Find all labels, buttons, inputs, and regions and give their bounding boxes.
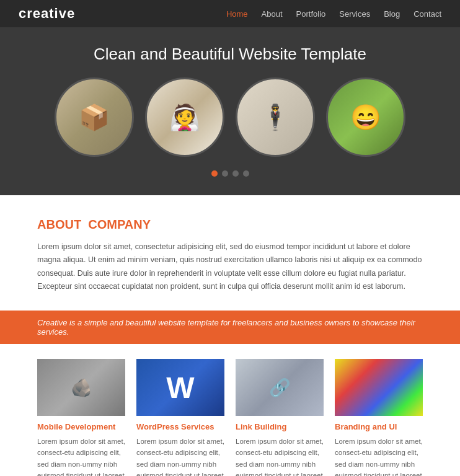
main-nav: HomeAboutPortfolioServicesBlogContact: [213, 9, 441, 19]
hero-circle-4: 😄: [326, 77, 405, 157]
service-body-3: Lorem ipsum dolor sit amet, consect-etu …: [236, 436, 324, 476]
service-body-1: Lorem ipsum dolor sit amet, consect-etu …: [37, 436, 125, 476]
about-body: Lorem ipsum dolor sit amet, consectetur …: [37, 240, 423, 293]
service-title-4: Branding and UI: [335, 422, 423, 431]
service-title-2: WordPress Services: [136, 422, 224, 431]
service-item-2: W WordPress Services Lorem ipsum dolor s…: [136, 359, 224, 476]
nav-link-services[interactable]: Services: [339, 9, 370, 19]
service-body-4: Lorem ipsum dolor sit amet, consect-etu …: [335, 436, 423, 476]
hero-circles: 📦 👰 🕴 😄: [12, 77, 448, 157]
service-image-1: 🪨: [37, 359, 125, 416]
service-body-2: Lorem ipsum dolor sit amet, consect-etu …: [136, 436, 224, 476]
service-title-3: Link Building: [236, 422, 324, 431]
service-image-4: [335, 359, 423, 416]
service-title-1: Mobile Development: [37, 422, 125, 431]
hero-title: Clean and Beautiful Website Template: [12, 45, 448, 64]
service-image-2: W: [136, 359, 224, 416]
header: creative HomeAboutPortfolioServicesBlogC…: [0, 0, 460, 27]
nav-link-portfolio[interactable]: Portfolio: [296, 9, 326, 19]
service-item-1: 🪨 Mobile Development Lorem ipsum dolor s…: [37, 359, 125, 476]
nav-link-about[interactable]: About: [262, 9, 283, 19]
logo: creative: [19, 6, 75, 22]
promo-banner: Creative is a simple and beautiful websi…: [0, 311, 460, 344]
dot-1[interactable]: [211, 170, 218, 177]
hero-circle-2: 👰: [145, 77, 224, 157]
carousel-dots: [12, 170, 448, 177]
nav-link-home[interactable]: Home: [226, 9, 248, 19]
services-section: 🪨 Mobile Development Lorem ipsum dolor s…: [0, 344, 460, 476]
hero-circle-1: 📦: [55, 77, 134, 157]
hero-section: Clean and Beautiful Website Template 📦 👰…: [0, 27, 460, 195]
hero-circle-3: 🕴: [236, 77, 315, 157]
nav-link-blog[interactable]: Blog: [384, 9, 400, 19]
service-item-3: 🔗 Link Building Lorem ipsum dolor sit am…: [236, 359, 324, 476]
about-section: ABOUT COMPANY Lorem ipsum dolor sit amet…: [0, 195, 460, 311]
service-item-4: Branding and UI Lorem ipsum dolor sit am…: [335, 359, 423, 476]
dot-3[interactable]: [232, 170, 239, 177]
about-title: ABOUT COMPANY: [37, 218, 423, 232]
service-image-3: 🔗: [236, 359, 324, 416]
nav-link-contact[interactable]: Contact: [414, 9, 441, 19]
dot-2[interactable]: [222, 170, 228, 177]
dot-4[interactable]: [243, 170, 249, 177]
